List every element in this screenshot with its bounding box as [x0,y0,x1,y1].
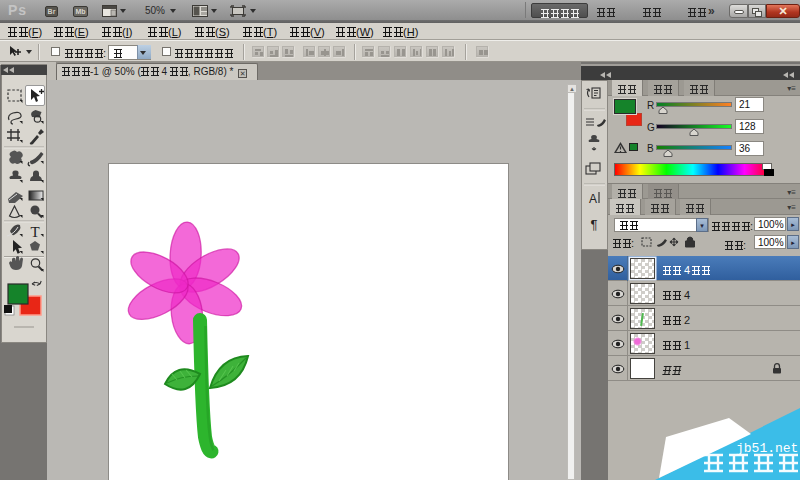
svg-text:¶: ¶ [591,217,598,232]
svg-text:jb51.net: jb51.net [736,441,798,456]
svg-text:A: A [589,192,597,206]
svg-text:T: T [30,224,39,240]
